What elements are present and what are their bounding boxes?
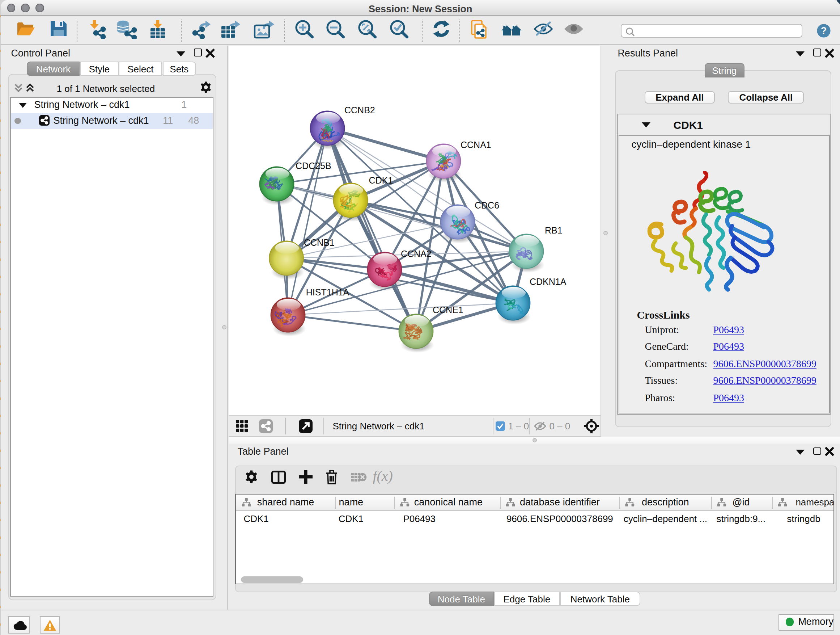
svg-text:CCNE1: CCNE1 [433,305,463,315]
svg-text:CDC6: CDC6 [475,200,499,211]
svg-text:CCNB1: CCNB1 [304,238,335,248]
svg-text:CDKN1A: CDKN1A [530,277,567,287]
svg-text:CCNA2: CCNA2 [401,249,431,259]
svg-text:CCNA1: CCNA1 [461,140,491,150]
svg-text:RB1: RB1 [545,225,562,235]
svg-text:CDC25B: CDC25B [295,161,332,171]
svg-text:?: ? [821,25,827,36]
svg-text:CDK1: CDK1 [369,175,393,185]
svg-text:CCNB2: CCNB2 [344,105,375,115]
svg-text:HIST1H1A: HIST1H1A [306,287,349,297]
